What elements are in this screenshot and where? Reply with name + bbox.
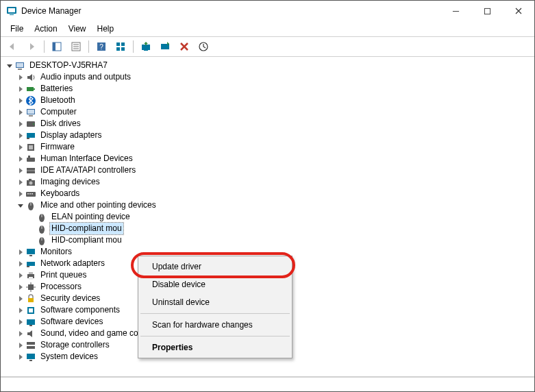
tree-node-label: Imaging devices [39,176,101,188]
sound-icon [25,328,36,339]
tree-node-label: Storage controllers [39,339,111,351]
svg-rect-4 [484,8,490,14]
svg-rect-75 [29,360,32,361]
firmware-icon [25,142,36,153]
tree-device-elan[interactable]: ELAN pointing device [3,211,534,223]
context-menu-scan-hardware[interactable]: Scan for hardware changes [140,316,290,334]
tree-device-hid-mouse-selected[interactable]: HID-compliant mou [3,223,534,234]
expander-closed-icon[interactable] [16,166,25,175]
help-button[interactable]: ? [92,38,110,55]
expander-closed-icon[interactable] [16,282,25,292]
window-title: Device Manager [21,6,81,16]
expander-closed-icon[interactable] [16,329,25,339]
svg-rect-17 [142,45,150,50]
toolbar-separator [133,40,134,53]
svg-rect-44 [27,193,29,195]
tree-node-label: Audio inputs and outputs [39,71,132,83]
menu-file[interactable]: File [5,23,29,35]
expander-closed-icon[interactable] [16,189,25,199]
expander-closed-icon[interactable] [16,154,25,164]
tree-category-keyboards[interactable]: Keyboards [3,188,534,199]
tree-category-computer[interactable]: Computer [3,106,534,118]
expander-closed-icon[interactable] [16,84,25,94]
toolbar: ? [1,36,534,57]
svg-rect-2 [10,14,14,15]
svg-rect-29 [29,115,33,117]
svg-rect-46 [32,193,33,195]
expander-closed-icon[interactable] [16,306,25,315]
tree-device-hid-mouse[interactable]: HID-compliant mou [3,234,534,246]
back-button[interactable] [3,38,21,55]
scan-hardware-changes-button[interactable] [195,38,212,55]
context-menu-separator [140,336,290,336]
tree-category-imaging[interactable]: Imaging devices [3,176,534,188]
disable-device-button[interactable] [156,38,174,55]
tree-category-batteries[interactable]: Batteries [3,83,534,95]
expander-closed-icon[interactable] [16,177,25,187]
expander-closed-icon[interactable] [16,96,25,106]
camera-icon [25,177,36,188]
toolbar-separator [88,40,89,53]
maximize-button[interactable] [471,1,503,21]
svg-rect-37 [28,156,30,158]
svg-rect-42 [29,179,32,180]
uninstall-device-button[interactable] [175,38,193,55]
svg-rect-61 [29,277,33,280]
svg-rect-71 [29,325,32,326]
expander-closed-icon[interactable] [16,341,25,350]
tree-node-label: HID-compliant mou [50,234,123,246]
context-menu-disable-device[interactable]: Disable device [140,275,290,293]
properties-button[interactable] [67,38,85,55]
expander-open-icon[interactable] [16,201,25,210]
expander-open-icon[interactable] [5,61,14,71]
context-menu-properties[interactable]: Properties [140,339,290,356]
expander-closed-icon[interactable] [16,259,25,269]
expander-closed-icon[interactable] [16,271,25,280]
menu-action[interactable]: Action [29,23,62,35]
expander-closed-icon[interactable] [16,317,25,327]
expander-closed-icon[interactable] [16,294,25,304]
menu-view[interactable]: View [63,23,92,35]
update-driver-button[interactable] [137,38,155,55]
svg-rect-67 [28,298,34,302]
tree-category-display-adapters[interactable]: Display adapters [3,130,534,141]
expander-closed-icon[interactable] [16,247,25,257]
close-button[interactable] [503,1,534,21]
processor-icon [25,282,36,293]
tree-node-label: Batteries [39,83,74,95]
toolbar-separator [44,40,45,53]
svg-rect-36 [27,158,35,162]
bluetooth-icon [25,95,36,106]
forward-button[interactable] [23,38,40,55]
tree-root[interactable]: DESKTOP-VJ5RHA7 [3,60,534,71]
svg-rect-60 [29,272,33,274]
expander-closed-icon[interactable] [16,352,25,362]
tree-node-label: Processors [39,281,83,293]
tree-category-disk-drives[interactable]: Disk drives [3,118,534,130]
expander-closed-icon[interactable] [16,143,25,152]
show-hide-console-tree-button[interactable] [48,38,66,55]
tree-category-bluetooth[interactable]: Bluetooth [3,95,534,106]
tree-category-hid[interactable]: Human Interface Devices [3,153,534,164]
monitor-icon [25,247,36,258]
context-menu-separator [140,313,290,314]
svg-rect-33 [27,138,29,139]
context-menu-uninstall-device[interactable]: Uninstall device [140,293,290,311]
mouse-icon [36,235,47,246]
tree-category-firmware[interactable]: Firmware [3,141,534,153]
expander-closed-icon[interactable] [16,131,25,140]
minimize-button[interactable] [440,1,471,21]
expander-closed-icon[interactable] [16,108,25,117]
tree-node-label: Computer [39,106,78,118]
menu-help[interactable]: Help [92,23,120,35]
tree-category-ide[interactable]: IDE ATA/ATAPI controllers [3,164,534,176]
expander-closed-icon[interactable] [16,73,25,82]
tree-node-label: Security devices [39,293,101,304]
list-view-button[interactable] [112,38,129,55]
tree-category-audio[interactable]: Audio inputs and outputs [3,71,534,83]
expander-closed-icon[interactable] [16,119,25,129]
svg-rect-73 [27,346,35,349]
tree-category-mice[interactable]: Mice and other pointing devices [3,199,534,211]
context-menu-update-driver[interactable]: Update driver [140,258,290,275]
storage-controller-icon [25,340,36,351]
